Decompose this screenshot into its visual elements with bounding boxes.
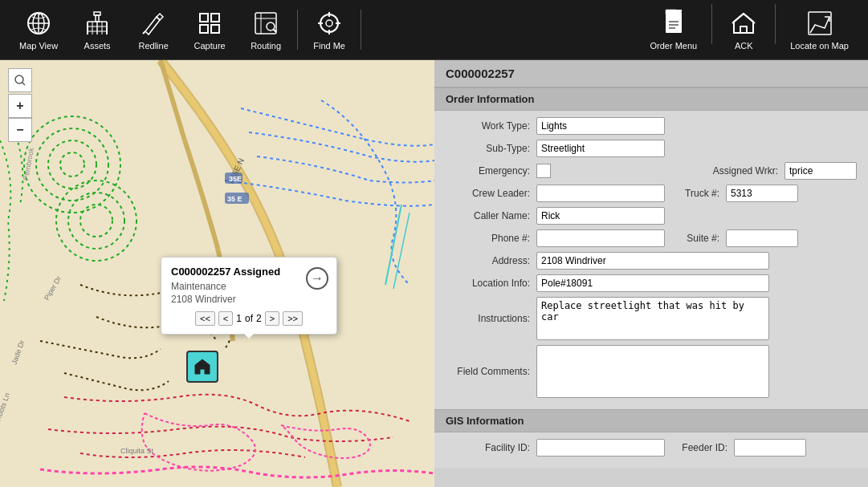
- toolbar: Map View Assets: [0, 0, 868, 60]
- toolbar-item-ack[interactable]: ACK: [715, 4, 772, 55]
- svg-rect-16: [211, 14, 219, 22]
- svg-point-25: [326, 20, 332, 26]
- svg-rect-15: [200, 14, 208, 22]
- ack-label: ACK: [735, 41, 753, 51]
- popup-nav-total: 2: [256, 313, 262, 324]
- assets-icon: [83, 9, 112, 38]
- popup-navigate-button[interactable]: →: [306, 267, 328, 290]
- emergency-row: Emergency: Assigned Wrkr:: [446, 162, 857, 180]
- emergency-checkbox[interactable]: [536, 164, 551, 178]
- work-type-input[interactable]: [536, 117, 665, 135]
- capture-label: Capture: [194, 41, 226, 51]
- popup-prev-button[interactable]: <: [218, 311, 233, 326]
- toolbar-item-order-menu[interactable]: Order Menu: [639, 4, 709, 55]
- popup-title: C000002257 Assigned: [171, 266, 327, 278]
- map-search-button[interactable]: [8, 68, 32, 92]
- popup-next-button[interactable]: >: [265, 311, 279, 326]
- feeder-id-label: Feeder ID:: [671, 442, 727, 453]
- assigned-wrkr-group: Assigned Wrkr:: [702, 162, 857, 180]
- toolbar-item-locate-on-map[interactable]: Locate on Map: [779, 4, 860, 55]
- field-comments-textarea[interactable]: [536, 345, 769, 398]
- toolbar-item-capture[interactable]: Capture: [181, 4, 238, 55]
- instructions-row: Instructions:: [446, 297, 857, 340]
- svg-rect-36: [740, 26, 747, 33]
- locate-on-map-label: Locate on Map: [790, 41, 849, 51]
- map-view-icon: [24, 9, 53, 38]
- assigned-wrkr-input[interactable]: [784, 162, 857, 180]
- order-form: Work Type: Sub-Type: Emergency: Assigned…: [434, 111, 868, 409]
- truck-group: Truck #:: [671, 185, 857, 202]
- toolbar-item-find-me[interactable]: Find Me: [301, 4, 357, 55]
- address-row: Address:: [446, 252, 857, 270]
- caller-name-row: Caller Name:: [446, 207, 857, 225]
- location-info-input[interactable]: [536, 274, 769, 292]
- zoom-in-button[interactable]: +: [8, 94, 32, 118]
- routing-label: Routing: [251, 41, 281, 51]
- svg-point-24: [320, 14, 338, 32]
- location-info-label: Location Info:: [446, 278, 530, 289]
- find-me-label: Find Me: [313, 41, 345, 51]
- order-information-header: Order Information: [434, 87, 868, 111]
- locate-on-map-icon: [805, 9, 834, 38]
- caller-name-label: Caller Name:: [446, 210, 530, 221]
- facility-id-label: Facility ID:: [446, 442, 530, 453]
- zoom-out-button[interactable]: −: [8, 118, 32, 142]
- instructions-label: Instructions:: [446, 313, 530, 324]
- phone-row: Phone #: Suite #:: [446, 229, 857, 247]
- svg-rect-31: [666, 10, 677, 14]
- svg-rect-5: [96, 15, 99, 22]
- home-marker[interactable]: [186, 351, 218, 383]
- truck-label: Truck #:: [671, 188, 719, 199]
- phone-label: Phone #:: [446, 233, 530, 244]
- toolbar-item-map-view[interactable]: Map View: [8, 4, 69, 55]
- popup-nav-current: 1: [236, 313, 242, 324]
- toolbar-item-redline[interactable]: Redline: [125, 4, 181, 55]
- suite-input[interactable]: [726, 229, 798, 247]
- order-id-bar: C000002257: [434, 60, 868, 87]
- order-id: C000002257: [446, 67, 515, 80]
- main-area: Pembrook Cliquita St Jade Dr Piper Dr Ro…: [0, 60, 868, 487]
- svg-line-62: [22, 83, 26, 86]
- sub-type-input[interactable]: [536, 140, 665, 157]
- work-type-row: Work Type:: [446, 117, 857, 135]
- svg-text:35E: 35E: [229, 175, 242, 183]
- crew-leader-label: Crew Leader:: [446, 188, 530, 199]
- popup-last-button[interactable]: >>: [283, 311, 303, 326]
- svg-text:Cliquita St: Cliquita St: [120, 447, 154, 455]
- svg-rect-37: [809, 12, 831, 34]
- capture-icon: [195, 9, 224, 38]
- address-input[interactable]: [536, 252, 769, 270]
- popup-line2: 2108 Windriver: [171, 294, 327, 305]
- phone-input[interactable]: [536, 229, 665, 247]
- order-menu-label: Order Menu: [650, 41, 698, 51]
- find-me-icon: [315, 9, 344, 38]
- instructions-textarea[interactable]: [536, 297, 769, 340]
- location-info-row: Location Info:: [446, 274, 857, 292]
- address-label: Address:: [446, 255, 530, 266]
- feeder-id-input[interactable]: [734, 439, 806, 457]
- popup-nav-of: of: [245, 313, 253, 324]
- routing-icon: [251, 9, 280, 38]
- redline-icon: [139, 9, 168, 38]
- caller-name-input[interactable]: [536, 207, 665, 225]
- toolbar-divider-4: [775, 4, 776, 44]
- toolbar-item-routing[interactable]: Routing: [238, 4, 294, 55]
- facility-id-input[interactable]: [536, 439, 665, 457]
- map-area[interactable]: Pembrook Cliquita St Jade Dr Piper Dr Ro…: [0, 60, 434, 487]
- popup-first-button[interactable]: <<: [195, 311, 215, 326]
- popup-line1: Maintenance: [171, 281, 327, 292]
- gis-information-header: GIS Information: [434, 409, 868, 432]
- emergency-label: Emergency:: [446, 165, 530, 177]
- redline-label: Redline: [138, 41, 168, 51]
- toolbar-item-assets[interactable]: Assets: [69, 4, 125, 55]
- suite-group: Suite #:: [671, 229, 857, 247]
- svg-rect-30: [666, 12, 682, 33]
- order-menu-icon: [659, 9, 688, 38]
- right-panel: C000002257 Order Information Work Type: …: [434, 60, 868, 487]
- truck-input[interactable]: [726, 185, 798, 202]
- zoom-controls: + −: [8, 68, 32, 142]
- map-view-label: Map View: [19, 41, 58, 51]
- crew-leader-input[interactable]: [536, 185, 665, 202]
- svg-rect-17: [200, 25, 208, 33]
- svg-text:35 E: 35 E: [227, 195, 242, 203]
